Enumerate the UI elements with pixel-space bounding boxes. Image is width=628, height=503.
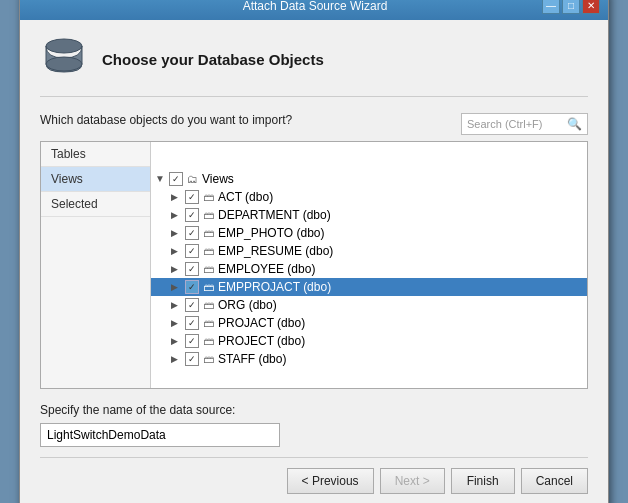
parent-checkbox[interactable] <box>169 172 183 186</box>
next-button[interactable]: Next > <box>380 468 445 494</box>
view-icon-6: 🗃 <box>203 299 214 311</box>
search-box[interactable]: 🔍 <box>461 113 588 135</box>
view-icon-2: 🗃 <box>203 227 214 239</box>
main-panel: Tables Views Selected ▼ 🗂 Views ▶ <box>40 141 588 389</box>
previous-button[interactable]: < Previous <box>287 468 374 494</box>
view-icon-5: 🗃 <box>203 281 214 293</box>
titlebar-controls: — □ ✕ <box>542 0 600 14</box>
item-checkbox-7[interactable] <box>185 316 199 330</box>
item-checkbox-8[interactable] <box>185 334 199 348</box>
item-label-5: EMPPROJACT (dbo) <box>218 280 331 294</box>
item-checkbox-1[interactable] <box>185 208 199 222</box>
cancel-button[interactable]: Cancel <box>521 468 588 494</box>
tab-selected[interactable]: Selected <box>41 192 150 217</box>
tree-item[interactable]: ▶ 🗃 EMP_RESUME (dbo) <box>151 242 587 260</box>
parent-label: Views <box>202 172 234 186</box>
item-checkbox-3[interactable] <box>185 244 199 258</box>
item-arrow-9: ▶ <box>171 354 183 364</box>
search-icon: 🔍 <box>567 117 582 131</box>
item-arrow-1: ▶ <box>171 210 183 220</box>
wizard-header: Choose your Database Objects <box>40 36 588 97</box>
titlebar: Attach Data Source Wizard — □ ✕ <box>20 0 608 20</box>
left-nav: Tables Views Selected <box>41 142 151 388</box>
maximize-button[interactable]: □ <box>562 0 580 14</box>
finish-button[interactable]: Finish <box>451 468 515 494</box>
item-arrow-6: ▶ <box>171 300 183 310</box>
svg-point-1 <box>46 57 82 71</box>
item-arrow-8: ▶ <box>171 336 183 346</box>
item-arrow-2: ▶ <box>171 228 183 238</box>
close-button[interactable]: ✕ <box>582 0 600 14</box>
item-label-0: ACT (dbo) <box>218 190 273 204</box>
item-arrow-4: ▶ <box>171 264 183 274</box>
minimize-button[interactable]: — <box>542 0 560 14</box>
item-arrow-0: ▶ <box>171 192 183 202</box>
item-label-8: PROJECT (dbo) <box>218 334 305 348</box>
item-arrow-3: ▶ <box>171 246 183 256</box>
item-checkbox-0[interactable] <box>185 190 199 204</box>
item-checkbox-6[interactable] <box>185 298 199 312</box>
wizard-window: Attach Data Source Wizard — □ ✕ Choose y… <box>19 0 609 503</box>
database-icon <box>40 36 88 84</box>
tree-item-selected[interactable]: ▶ 🗃 EMPPROJACT (dbo) <box>151 278 587 296</box>
tree-item[interactable]: ▶ 🗃 PROJECT (dbo) <box>151 332 587 350</box>
tree-item[interactable]: ▶ 🗃 STAFF (dbo) <box>151 350 587 368</box>
item-checkbox-4[interactable] <box>185 262 199 276</box>
item-checkbox-2[interactable] <box>185 226 199 240</box>
view-icon-8: 🗃 <box>203 335 214 347</box>
button-row: < Previous Next > Finish Cancel <box>40 457 588 500</box>
tree-item[interactable]: ▶ 🗃 EMPLOYEE (dbo) <box>151 260 587 278</box>
item-label-6: ORG (dbo) <box>218 298 277 312</box>
view-icon-7: 🗃 <box>203 317 214 329</box>
tree-item[interactable]: ▶ 🗃 EMP_PHOTO (dbo) <box>151 224 587 242</box>
item-label-7: PROJACT (dbo) <box>218 316 305 330</box>
item-label-2: EMP_PHOTO (dbo) <box>218 226 324 240</box>
item-label-9: STAFF (dbo) <box>218 352 286 366</box>
item-arrow-7: ▶ <box>171 318 183 328</box>
tree-panel: ▼ 🗂 Views ▶ 🗃 ACT (dbo) ▶ <box>151 142 587 388</box>
item-arrow-5: ▶ <box>171 282 183 292</box>
view-icon-9: 🗃 <box>203 353 214 365</box>
item-checkbox-9[interactable] <box>185 352 199 366</box>
view-icon-4: 🗃 <box>203 263 214 275</box>
item-label-3: EMP_RESUME (dbo) <box>218 244 333 258</box>
view-icon-0: 🗃 <box>203 191 214 203</box>
datasource-input[interactable] <box>40 423 280 447</box>
tree-item[interactable]: ▶ 🗃 ACT (dbo) <box>151 188 587 206</box>
datasource-label: Specify the name of the data source: <box>40 403 588 417</box>
header-title: Choose your Database Objects <box>102 51 324 68</box>
svg-point-0 <box>46 39 82 53</box>
window-title: Attach Data Source Wizard <box>88 0 542 13</box>
wizard-content: Choose your Database Objects Which datab… <box>20 20 608 504</box>
tree-item[interactable]: ▶ 🗃 ORG (dbo) <box>151 296 587 314</box>
search-input[interactable] <box>467 118 567 130</box>
views-folder-icon: 🗂 <box>187 173 198 185</box>
section-label: Which database objects do you want to im… <box>40 113 292 127</box>
tree-area: ▼ 🗂 Views ▶ 🗃 ACT (dbo) ▶ <box>151 142 587 372</box>
tab-tables[interactable]: Tables <box>41 142 150 167</box>
tree-parent-views[interactable]: ▼ 🗂 Views <box>151 170 587 188</box>
item-label-4: EMPLOYEE (dbo) <box>218 262 315 276</box>
tree-item[interactable]: ▶ 🗃 PROJACT (dbo) <box>151 314 587 332</box>
view-icon-1: 🗃 <box>203 209 214 221</box>
item-checkbox-5[interactable] <box>185 280 199 294</box>
view-icon-3: 🗃 <box>203 245 214 257</box>
tab-views[interactable]: Views <box>41 167 150 192</box>
expand-arrow: ▼ <box>155 173 167 184</box>
tree-item[interactable]: ▶ 🗃 DEPARTMENT (dbo) <box>151 206 587 224</box>
item-label-1: DEPARTMENT (dbo) <box>218 208 331 222</box>
